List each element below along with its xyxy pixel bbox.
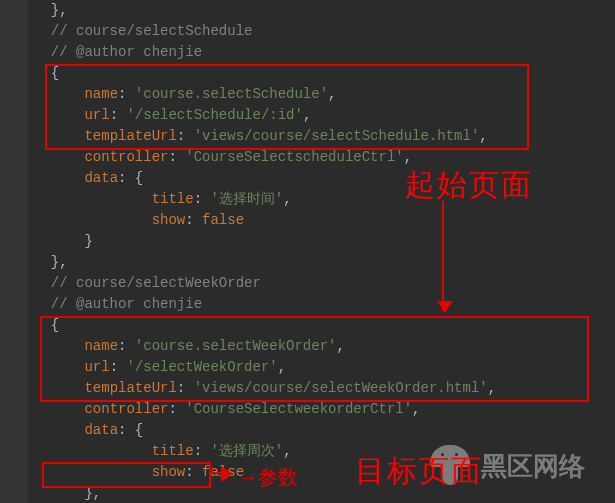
- code-token: ,: [303, 107, 311, 123]
- code-line[interactable]: // course/selectWeekOrder: [34, 273, 496, 294]
- code-line[interactable]: url: '/selectWeekOrder',: [34, 357, 496, 378]
- code-line[interactable]: // @author chenjie: [34, 42, 496, 63]
- code-line[interactable]: data: {: [34, 420, 496, 441]
- code-token: : {: [118, 422, 143, 438]
- code-line[interactable]: title: '选择时间',: [34, 189, 496, 210]
- code-line[interactable]: {: [34, 63, 496, 84]
- code-token: :: [118, 338, 135, 354]
- code-token: ,: [412, 401, 420, 417]
- code-token: false: [202, 212, 244, 228]
- code-token: name: [84, 338, 118, 354]
- code-token: :: [194, 443, 211, 459]
- code-line[interactable]: show: false: [34, 210, 496, 231]
- code-token: },: [51, 2, 68, 18]
- code-token: '/selectSchedule/:id': [126, 107, 302, 123]
- code-token: '选择时间': [210, 191, 283, 207]
- code-token: :: [177, 380, 194, 396]
- annotation-arrow-down: [442, 201, 444, 311]
- code-token: ,: [404, 149, 412, 165]
- code-line[interactable]: {: [34, 315, 496, 336]
- code-line[interactable]: },: [34, 252, 496, 273]
- code-token: title: [152, 443, 194, 459]
- code-token: :: [168, 149, 185, 165]
- code-token: 'views/course/selectSchedule.html': [194, 128, 480, 144]
- editor-gutter: [0, 0, 28, 503]
- code-line[interactable]: name: 'course.selectWeekOrder',: [34, 336, 496, 357]
- code-line[interactable]: // @author chenjie: [34, 294, 496, 315]
- code-line[interactable]: },: [34, 483, 496, 503]
- code-line[interactable]: templateUrl: 'views/course/selectWeekOrd…: [34, 378, 496, 399]
- code-token: :: [185, 212, 202, 228]
- code-line[interactable]: },: [34, 0, 496, 21]
- code-line[interactable]: controller: 'CourseSelectweekorderCtrl',: [34, 399, 496, 420]
- code-token: url: [84, 107, 109, 123]
- code-token: },: [84, 485, 101, 501]
- code-area[interactable]: }, // course/selectSchedule // @author c…: [28, 0, 496, 503]
- code-line[interactable]: data: {: [34, 168, 496, 189]
- code-line[interactable]: }: [34, 231, 496, 252]
- code-token: // course/selectWeekOrder: [51, 275, 261, 291]
- code-token: :: [110, 107, 127, 123]
- code-token: templateUrl: [84, 128, 176, 144]
- code-token: data: [84, 170, 118, 186]
- code-token: '/selectWeekOrder': [126, 359, 277, 375]
- code-line[interactable]: controller: 'CourseSelectscheduleCtrl',: [34, 147, 496, 168]
- code-token: '选择周次': [210, 443, 283, 459]
- code-token: :: [194, 191, 211, 207]
- code-token: ,: [278, 359, 286, 375]
- code-line[interactable]: name: 'course.selectSchedule',: [34, 84, 496, 105]
- code-token: ,: [283, 191, 291, 207]
- code-line[interactable]: url: '/selectSchedule/:id',: [34, 105, 496, 126]
- code-token: :: [168, 401, 185, 417]
- code-token: show: [152, 464, 186, 480]
- code-token: },: [51, 254, 68, 270]
- code-token: show: [152, 212, 186, 228]
- code-line[interactable]: title: '选择周次',: [34, 441, 496, 462]
- code-token: 'views/course/selectWeekOrder.html': [194, 380, 488, 396]
- code-token: {: [51, 317, 59, 333]
- code-token: ,: [283, 443, 291, 459]
- code-token: data: [84, 422, 118, 438]
- code-line[interactable]: templateUrl: 'views/course/selectSchedul…: [34, 126, 496, 147]
- code-token: 'CourseSelectscheduleCtrl': [185, 149, 403, 165]
- code-token: controller: [84, 149, 168, 165]
- code-token: ,: [488, 380, 496, 396]
- code-token: 'course.selectWeekOrder': [135, 338, 337, 354]
- code-token: 'course.selectSchedule': [135, 86, 328, 102]
- code-token: templateUrl: [84, 380, 176, 396]
- annotation-arrow-right: [209, 472, 231, 474]
- code-token: // @author chenjie: [51, 44, 202, 60]
- code-token: ,: [479, 128, 487, 144]
- code-token: :: [118, 86, 135, 102]
- code-token: :: [177, 128, 194, 144]
- code-token: 'CourseSelectweekorderCtrl': [185, 401, 412, 417]
- code-token: : {: [118, 170, 143, 186]
- code-editor: }, // course/selectSchedule // @author c…: [0, 0, 615, 503]
- code-token: :: [110, 359, 127, 375]
- code-token: controller: [84, 401, 168, 417]
- code-token: {: [51, 65, 59, 81]
- code-line[interactable]: show: false: [34, 462, 496, 483]
- code-token: }: [84, 233, 92, 249]
- code-token: ,: [336, 338, 344, 354]
- code-token: ,: [328, 86, 336, 102]
- code-line[interactable]: // course/selectSchedule: [34, 21, 496, 42]
- code-token: title: [152, 191, 194, 207]
- code-token: url: [84, 359, 109, 375]
- code-token: // @author chenjie: [51, 296, 202, 312]
- code-token: // course/selectSchedule: [51, 23, 253, 39]
- code-token: name: [84, 86, 118, 102]
- code-token: :: [185, 464, 202, 480]
